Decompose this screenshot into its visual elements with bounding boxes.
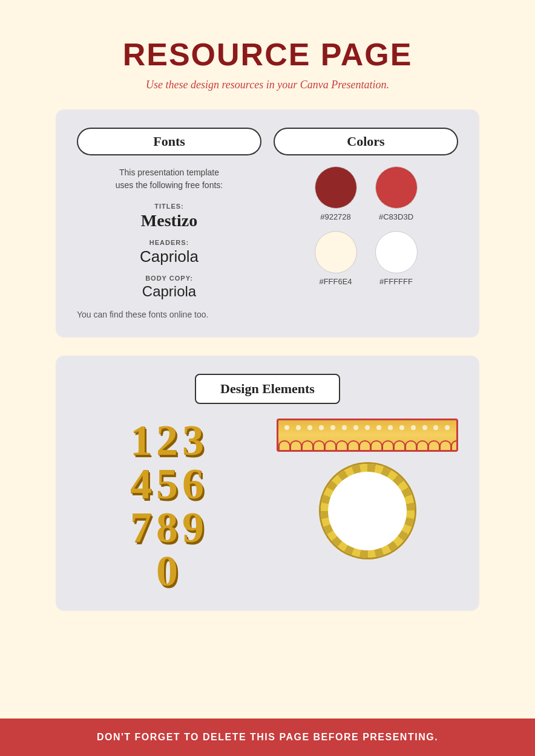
color-circle-3 xyxy=(315,231,357,273)
num-0: 0 xyxy=(156,549,179,593)
headers-font-name: Capriola xyxy=(77,247,261,266)
scallop xyxy=(393,440,405,451)
color-circle-4 xyxy=(375,231,418,273)
header: RESOURCE PAGE Use these design resources… xyxy=(123,0,413,109)
color-circle-1 xyxy=(315,166,357,209)
dot xyxy=(296,425,301,430)
numbers-row-4: 0 xyxy=(156,549,179,593)
decorative-elements xyxy=(277,419,458,558)
numbers-row-2: 4 5 6 xyxy=(130,462,205,506)
scallop xyxy=(347,440,359,451)
border-strip-scallop xyxy=(278,440,458,451)
design-elements-label: Design Elements xyxy=(220,381,315,396)
scallop xyxy=(428,440,440,451)
font-body-item: BODY COPY: Capriola xyxy=(77,275,261,300)
design-card-header: Design Elements xyxy=(77,374,458,404)
dot xyxy=(376,425,381,430)
scallop xyxy=(405,440,417,451)
page-title: RESOURCE PAGE xyxy=(123,36,413,73)
card-top-row: Fonts This presentation template uses th… xyxy=(77,128,458,319)
fonts-label: Fonts xyxy=(153,134,185,149)
num-2: 2 xyxy=(156,419,179,462)
color-item-1: #922728 xyxy=(315,166,357,221)
scallop xyxy=(382,440,394,451)
num-4: 4 xyxy=(130,462,153,506)
color-hex-1: #922728 xyxy=(320,212,351,221)
color-hex-2: #C83D3D xyxy=(379,212,413,221)
dot xyxy=(284,425,289,430)
font-titles-item: TITLES: Mestizo xyxy=(77,203,261,230)
footer-text: DON'T FORGET TO DELETE THIS PAGE BEFORE … xyxy=(97,732,438,742)
scallop xyxy=(301,440,313,451)
colors-header-box: Colors xyxy=(274,128,458,155)
deco-circle-inner xyxy=(328,472,407,550)
border-strip xyxy=(277,419,458,452)
color-item-4: #FFFFFF xyxy=(375,231,418,286)
font-headers-item: HEADERS: Capriola xyxy=(77,239,261,266)
color-row-2: #FFF6E4 #FFFFFF xyxy=(315,231,418,286)
resource-card: Fonts This presentation template uses th… xyxy=(56,109,479,337)
scallop xyxy=(451,440,458,451)
dot xyxy=(330,425,335,430)
dot xyxy=(388,425,393,430)
scallop xyxy=(359,440,371,451)
dot xyxy=(399,425,404,430)
num-7: 7 xyxy=(130,506,153,549)
deco-circle-outer xyxy=(321,464,415,558)
num-1: 1 xyxy=(130,419,153,462)
dot xyxy=(445,425,450,430)
scallop xyxy=(278,440,290,451)
dots-row xyxy=(278,425,456,430)
num-8: 8 xyxy=(156,506,179,549)
page-wrapper: RESOURCE PAGE Use these design resources… xyxy=(0,0,535,756)
color-row-1: #922728 #C83D3D xyxy=(315,166,418,221)
scallop xyxy=(416,440,428,451)
scallop xyxy=(290,440,302,451)
titles-font-name: Mestizo xyxy=(77,211,261,230)
color-hex-4: #FFFFFF xyxy=(379,277,413,286)
num-9: 9 xyxy=(182,506,205,549)
design-card: Design Elements 1 2 3 4 5 6 7 8 9 xyxy=(56,356,479,611)
page-subtitle: Use these design resources in your Canva… xyxy=(123,79,413,91)
dot xyxy=(319,425,324,430)
dot xyxy=(365,425,370,430)
dot xyxy=(342,425,347,430)
headers-label: HEADERS: xyxy=(77,239,261,246)
dot xyxy=(353,425,358,430)
color-item-3: #FFF6E4 xyxy=(315,231,357,286)
color-hex-3: #FFF6E4 xyxy=(319,277,352,286)
body-label: BODY COPY: xyxy=(77,275,261,282)
dot xyxy=(433,425,438,430)
color-circle-2 xyxy=(375,166,418,209)
num-5: 5 xyxy=(156,462,179,506)
numbers-row-1: 1 2 3 xyxy=(130,419,205,462)
titles-label: TITLES: xyxy=(77,203,261,210)
dot xyxy=(411,425,416,430)
colors-section: Colors #922728 #C83D3D xyxy=(274,128,458,286)
scallop xyxy=(336,440,348,451)
scallop xyxy=(324,440,336,451)
colors-label: Colors xyxy=(347,134,384,149)
design-header-box: Design Elements xyxy=(195,374,340,404)
scallop xyxy=(439,440,451,451)
dot xyxy=(422,425,427,430)
numbers-display: 1 2 3 4 5 6 7 8 9 0 xyxy=(77,419,258,593)
color-item-2: #C83D3D xyxy=(375,166,418,221)
dot xyxy=(307,425,312,430)
body-font-name: Capriola xyxy=(77,283,261,300)
design-content: 1 2 3 4 5 6 7 8 9 0 xyxy=(77,419,458,593)
fonts-description: This presentation template uses the foll… xyxy=(77,166,261,192)
scallop xyxy=(313,440,325,451)
scallop xyxy=(370,440,382,451)
fonts-footer: You can find these fonts online too. xyxy=(77,310,261,319)
num-6: 6 xyxy=(182,462,205,506)
numbers-row-3: 7 8 9 xyxy=(130,506,205,549)
fonts-header-box: Fonts xyxy=(77,128,261,155)
num-3: 3 xyxy=(182,419,205,462)
footer-bar: DON'T FORGET TO DELETE THIS PAGE BEFORE … xyxy=(0,719,535,756)
fonts-section: Fonts This presentation template uses th… xyxy=(77,128,261,319)
color-swatches: #922728 #C83D3D #FFF6E4 xyxy=(274,166,458,286)
